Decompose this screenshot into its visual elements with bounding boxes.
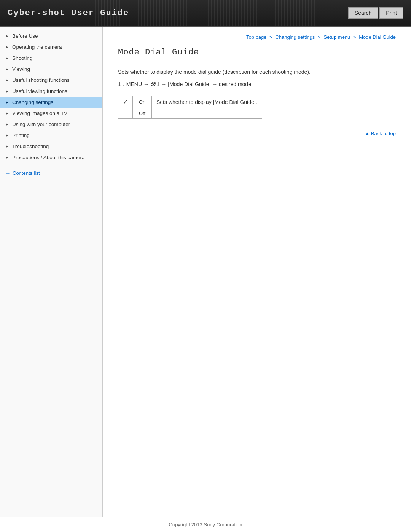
instruction-text: 1．MENU → — [118, 81, 150, 87]
arrow-icon: ► — [5, 56, 9, 60]
check-cell-empty — [118, 108, 133, 119]
sidebar-item-before-use[interactable]: ► Before Use — [0, 30, 102, 42]
sidebar-item-label: Viewing — [12, 66, 30, 72]
sidebar-divider — [0, 165, 102, 165]
breadcrumb-sep: > — [353, 34, 357, 40]
wrench-icon: ⚒ — [150, 81, 155, 87]
arrow-right-icon: → — [5, 170, 10, 176]
sidebar-item-label: Useful viewing functions — [12, 88, 67, 94]
options-table: ✓ On Sets whether to display [Mode Dial … — [118, 96, 262, 119]
sidebar-item-useful-shooting[interactable]: ► Useful shooting functions — [0, 75, 102, 86]
page-title: Mode Dial Guide — [118, 48, 396, 61]
option-on: On — [133, 96, 152, 108]
sidebar-item-useful-viewing[interactable]: ► Useful viewing functions — [0, 86, 102, 97]
sidebar-item-operating[interactable]: ► Operating the camera — [0, 42, 102, 53]
print-button[interactable]: Print — [379, 7, 403, 19]
sidebar-item-label: Changing settings — [12, 99, 53, 105]
copyright-text: Copyright 2013 Sony Corporation — [169, 522, 242, 527]
sidebar-item-label: Before Use — [12, 33, 38, 39]
instruction-line: 1．MENU → ⚒ 1 → [Mode Dial Guide] → desir… — [118, 81, 396, 88]
sidebar-item-viewing-tv[interactable]: ► Viewing images on a TV — [0, 108, 102, 119]
instruction-text-2: 1 → [Mode Dial Guide] → desired mode — [155, 81, 251, 87]
option-off-desc — [152, 108, 262, 119]
table-row: ✓ On Sets whether to display [Mode Dial … — [118, 96, 262, 108]
sidebar-item-label: Useful shooting functions — [12, 77, 70, 83]
sidebar-item-label: Using with your computer — [12, 121, 70, 127]
arrow-icon: ► — [5, 34, 9, 38]
header-buttons: Search Print — [348, 7, 403, 19]
table-row: Off — [118, 108, 262, 119]
arrow-icon: ► — [5, 45, 9, 49]
checkmark-icon: ✓ — [123, 99, 128, 105]
option-on-desc: Sets whether to display [Mode Dial Guide… — [152, 96, 262, 108]
contents-list-link[interactable]: → Contents list — [0, 166, 102, 180]
page-description: Sets whether to display the mode dial gu… — [118, 69, 396, 75]
sidebar-item-printing[interactable]: ► Printing — [0, 130, 102, 141]
contents-link-label: Contents list — [13, 170, 40, 176]
sidebar-item-precautions[interactable]: ► Precautions / About this camera — [0, 152, 102, 163]
sidebar-item-viewing[interactable]: ► Viewing — [0, 64, 102, 75]
back-to-top: ▲ Back to top — [118, 130, 396, 136]
sidebar-item-label: Troubleshooting — [12, 144, 49, 149]
sidebar-item-label: Printing — [12, 133, 30, 138]
arrow-icon: ► — [5, 111, 9, 115]
check-cell: ✓ — [118, 96, 133, 108]
arrow-icon: ► — [5, 89, 9, 93]
main-content: Top page > Changing settings > Setup men… — [103, 27, 411, 517]
sidebar-item-troubleshooting[interactable]: ► Troubleshooting — [0, 141, 102, 152]
arrow-icon: ► — [5, 122, 9, 126]
sidebar-item-computer[interactable]: ► Using with your computer — [0, 119, 102, 130]
search-button[interactable]: Search — [348, 7, 378, 19]
arrow-icon: ► — [5, 144, 9, 149]
sidebar-item-label: Viewing images on a TV — [12, 110, 67, 116]
sidebar-item-shooting[interactable]: ► Shooting — [0, 53, 102, 64]
arrow-icon: ► — [5, 78, 9, 82]
breadcrumb-sep: > — [269, 34, 274, 40]
sidebar-item-label: Operating the camera — [12, 44, 62, 50]
breadcrumb-sep: > — [318, 34, 322, 40]
option-off: Off — [133, 108, 152, 119]
arrow-icon: ► — [5, 155, 9, 160]
sidebar-item-label: Shooting — [12, 55, 32, 61]
breadcrumb-changing-settings[interactable]: Changing settings — [275, 34, 315, 40]
arrow-icon: ► — [5, 133, 9, 137]
breadcrumb-current: Mode Dial Guide — [359, 34, 396, 40]
arrow-icon: ► — [5, 100, 9, 104]
sidebar: ► Before Use ► Operating the camera ► Sh… — [0, 27, 103, 517]
breadcrumb-setup-menu[interactable]: Setup menu — [323, 34, 350, 40]
back-to-top-link[interactable]: ▲ Back to top — [365, 131, 396, 136]
footer: Copyright 2013 Sony Corporation — [0, 517, 411, 532]
breadcrumb-top-page[interactable]: Top page — [246, 34, 267, 40]
header: Cyber-shot User Guide Search Print — [0, 0, 411, 27]
breadcrumb: Top page > Changing settings > Setup men… — [118, 34, 396, 40]
arrow-icon: ► — [5, 67, 9, 71]
header-title: Cyber-shot User Guide — [8, 8, 129, 18]
main-layout: ► Before Use ► Operating the camera ► Sh… — [0, 27, 411, 517]
sidebar-item-label: Precautions / About this camera — [12, 155, 85, 160]
sidebar-item-changing-settings[interactable]: ► Changing settings — [0, 97, 102, 108]
